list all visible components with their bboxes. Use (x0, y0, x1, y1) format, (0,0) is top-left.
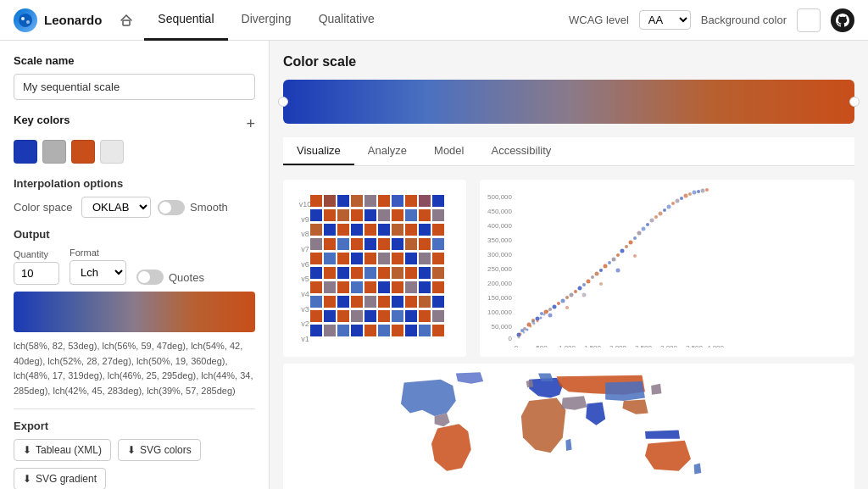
svg-point-184 (654, 215, 658, 219)
svg-rect-122 (419, 325, 431, 336)
svg-text:I: I (425, 346, 427, 347)
svg-point-150 (540, 312, 543, 315)
header: Leonardo Sequential Diverging Qualitativ… (0, 0, 868, 41)
output-section: Output Quantity Format Lch HEX RGB (14, 228, 255, 398)
quotes-toggle-track[interactable] (136, 270, 164, 285)
export-svg-colors-btn[interactable]: ⬇ SVG colors (118, 439, 201, 461)
svg-text:100,000: 100,000 (487, 308, 512, 316)
add-color-button[interactable]: + (246, 116, 255, 131)
svg-text:500,000: 500,000 (487, 193, 512, 201)
smooth-toggle-track[interactable] (158, 200, 185, 215)
sidebar: Scale name Key colors + Interpolation op… (0, 41, 270, 489)
quantity-format-row: Quantity Format Lch HEX RGB Quotes (14, 247, 255, 285)
svg-rect-62 (419, 238, 431, 250)
svg-text:v7: v7 (301, 245, 309, 253)
svg-rect-73 (432, 253, 444, 264)
svg-rect-72 (419, 253, 431, 264)
svg-text:v6: v6 (301, 260, 309, 269)
color-scale-bar (283, 80, 854, 124)
scale-dot-right[interactable] (849, 97, 860, 107)
bg-color-label: Background color (701, 14, 787, 26)
svg-text:3,000: 3,000 (660, 344, 678, 347)
svg-point-177 (582, 293, 587, 297)
svg-text:H: H (409, 346, 415, 347)
scale-name-label: Scale name (14, 54, 255, 67)
tab-visualize[interactable]: Visualize (283, 137, 354, 165)
svg-rect-32 (419, 195, 431, 207)
nav-tab-diverging[interactable]: Diverging (228, 0, 305, 41)
tab-accessibility[interactable]: Accessibility (477, 137, 565, 165)
svg-point-201 (530, 325, 532, 328)
svg-text:v4: v4 (301, 290, 309, 298)
svg-text:v2: v2 (301, 320, 309, 328)
svg-rect-52 (419, 224, 431, 236)
svg-rect-114 (310, 325, 322, 336)
svg-point-206 (547, 310, 549, 313)
svg-point-158 (574, 290, 577, 293)
quotes-toggle: Quotes (136, 270, 204, 285)
github-icon[interactable] (831, 8, 854, 32)
svg-rect-34 (310, 209, 322, 221)
svg-rect-77 (351, 267, 363, 279)
format-select[interactable]: Lch HEX RGB (70, 260, 126, 285)
color-swatch-orange[interactable] (71, 140, 95, 164)
tab-model[interactable]: Model (420, 137, 477, 165)
quotes-toggle-thumb (138, 271, 150, 283)
svg-rect-85 (324, 281, 336, 293)
logo-text: Leonardo (44, 13, 102, 27)
color-scale-title: Color scale (283, 54, 854, 69)
svg-rect-121 (405, 325, 417, 336)
bg-color-swatch[interactable] (797, 8, 821, 32)
interpolation-section: Interpolation options Color space OKLAB … (14, 177, 255, 218)
key-colors-label: Key colors (14, 114, 70, 126)
svg-text:450,000: 450,000 (487, 208, 512, 215)
svg-point-180 (633, 254, 637, 258)
home-nav[interactable] (119, 13, 134, 28)
logo-icon (14, 8, 37, 32)
scale-name-input[interactable] (14, 74, 255, 100)
export-svg-colors-label: SVG colors (140, 444, 192, 456)
tab-analyze[interactable]: Analyze (354, 137, 420, 165)
svg-text:150,000: 150,000 (487, 294, 512, 302)
svg-text:F: F (382, 346, 387, 347)
logo-area: Leonardo (14, 8, 102, 32)
svg-text:v10: v10 (299, 200, 312, 208)
color-space-select[interactable]: OKLAB LAB HSL (81, 197, 151, 218)
export-svg-gradient-btn[interactable]: ⬇ SVG gradient (14, 468, 106, 489)
main-layout: Scale name Key colors + Interpolation op… (0, 41, 868, 489)
export-tableau-btn[interactable]: ⬇ Tableau (XML) (14, 439, 111, 461)
svg-rect-63 (432, 238, 444, 250)
svg-text:3,500: 3,500 (686, 344, 704, 347)
svg-point-195 (701, 189, 705, 193)
color-swatch-blue[interactable] (14, 140, 37, 164)
export-buttons: ⬇ Tableau (XML) ⬇ SVG colors ⬇ SVG gradi… (14, 439, 255, 489)
svg-point-194 (697, 190, 700, 193)
svg-rect-44 (310, 224, 322, 236)
key-colors-header: Key colors + (14, 114, 255, 133)
svg-point-153 (553, 305, 557, 309)
color-swatch-light[interactable] (100, 140, 124, 164)
color-space-label: Color space (14, 201, 75, 214)
nav-tab-sequential[interactable]: Sequential (144, 0, 227, 41)
svg-text:v5: v5 (301, 275, 309, 283)
export-section: Export ⬇ Tableau (XML) ⬇ SVG colors ⬇ SV… (14, 408, 255, 489)
quantity-input[interactable] (14, 262, 59, 285)
svg-rect-50 (392, 224, 403, 236)
download-icon-1: ⬇ (23, 444, 31, 456)
svg-point-172 (633, 236, 637, 240)
svg-rect-70 (392, 253, 403, 264)
svg-rect-90 (392, 281, 403, 293)
svg-point-0 (19, 14, 32, 27)
wcag-label: WCAG level (569, 14, 629, 26)
svg-text:50,000: 50,000 (492, 323, 513, 331)
svg-rect-110 (392, 310, 403, 322)
nav-tab-qualitative[interactable]: Qualitative (305, 0, 388, 41)
color-swatch-gray[interactable] (42, 140, 66, 164)
wcag-select[interactable]: AA AAA (639, 10, 691, 30)
svg-rect-68 (364, 253, 376, 264)
svg-point-166 (608, 261, 611, 264)
scale-dot-left[interactable] (278, 97, 288, 107)
world-map (290, 370, 848, 489)
svg-text:300,000: 300,000 (487, 251, 512, 258)
svg-text:2,000: 2,000 (609, 344, 627, 347)
